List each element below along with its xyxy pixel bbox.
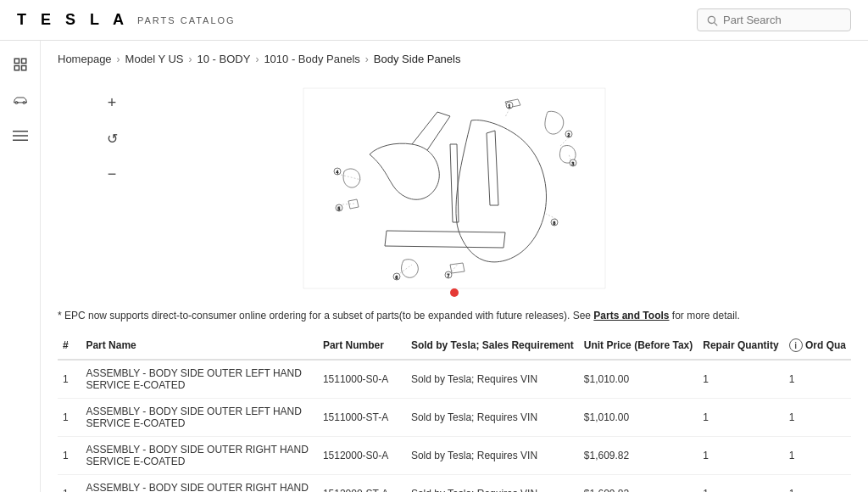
cell-price: $1,010.00 — [579, 360, 698, 399]
breadcrumb-body[interactable]: 10 - BODY — [198, 53, 251, 65]
cell-num: 1 — [58, 437, 81, 475]
cell-name: ASSEMBLY - BODY SIDE OUTER RIGHT HAND SE… — [81, 437, 317, 475]
logo: T E S L A PARTS CATALOG — [17, 11, 236, 29]
cell-order-qty: 1 — [784, 360, 851, 399]
breadcrumb-body-side-panels: Body Side Panels — [374, 53, 461, 65]
cell-num: 1 — [58, 360, 81, 399]
cell-order-qty: 1 — [784, 399, 851, 437]
cell-order-qty: 1 — [784, 475, 851, 493]
svg-text:5: 5 — [338, 206, 341, 211]
svg-text:2: 2 — [568, 132, 570, 137]
svg-text:3: 3 — [572, 161, 575, 166]
breadcrumb-sep-1: › — [117, 53, 120, 65]
breadcrumb-homepage[interactable]: Homepage — [58, 53, 112, 65]
col-header-repair: Repair Quantity — [698, 332, 783, 360]
svg-rect-5 — [21, 66, 25, 70]
table-row: 1 ASSEMBLY - BODY SIDE OUTER LEFT HAND S… — [58, 360, 851, 399]
table-row: 1 ASSEMBLY - BODY SIDE OUTER RIGHT HAND … — [58, 475, 851, 493]
svg-rect-2 — [14, 59, 19, 63]
col-header-sold: Sold by Tesla; Sales Requirement — [406, 332, 579, 360]
col-header-partnumber: Part Number — [318, 332, 406, 360]
table-row: 1 ASSEMBLY - BODY SIDE OUTER RIGHT HAND … — [58, 437, 851, 475]
table-header-row: # Part Name Part Number Sold by Tesla; S… — [58, 332, 851, 360]
car-icon[interactable] — [10, 90, 31, 110]
epc-notice: * EPC now supports direct-to-consumer on… — [41, 303, 868, 332]
search-icon — [706, 14, 718, 26]
search-input[interactable] — [723, 14, 842, 26]
cell-repair-qty: 1 — [698, 475, 783, 493]
zoom-out-button[interactable]: − — [100, 162, 124, 186]
svg-text:6: 6 — [396, 275, 398, 280]
cell-sold: Sold by Tesla; Requires VIN — [406, 475, 579, 493]
cell-name: ASSEMBLY - BODY SIDE OUTER LEFT HAND SER… — [81, 399, 317, 437]
app-header: T E S L A PARTS CATALOG — [0, 0, 868, 41]
cell-partnumber: 1511000-ST-A — [318, 399, 406, 437]
svg-line-1 — [715, 22, 717, 25]
cell-partnumber: 1512000-S0-A — [318, 437, 406, 475]
cell-partnumber: 1511000-S0-A — [318, 360, 406, 399]
col-header-name: Part Name — [81, 332, 317, 360]
svg-text:1: 1 — [509, 103, 511, 109]
cell-num: 1 — [58, 475, 81, 493]
main-content: Homepage › Model Y US › 10 - BODY › 1010… — [41, 41, 868, 492]
parts-and-tools-link[interactable]: Parts and Tools — [593, 310, 669, 321]
cell-name: ASSEMBLY - BODY SIDE OUTER LEFT HAND SER… — [81, 360, 317, 399]
cell-name: ASSEMBLY - BODY SIDE OUTER RIGHT HAND SE… — [81, 475, 317, 493]
breadcrumb-sep-3: › — [255, 53, 259, 65]
info-icon[interactable]: i — [789, 338, 803, 352]
diagram-controls: + ↺ − — [100, 91, 124, 186]
col-header-price: Unit Price (Before Tax) — [579, 332, 698, 360]
cell-price: $1,609.82 — [579, 437, 698, 475]
col-header-num: # — [58, 332, 81, 360]
parts-diagram: 1 2 3 4 5 6 7 8 — [302, 87, 607, 290]
cell-price: $1,010.00 — [579, 399, 698, 437]
sidebar — [0, 41, 41, 492]
breadcrumb-sep-2: › — [189, 53, 192, 65]
cell-order-qty: 1 — [784, 437, 851, 475]
epc-notice-text: * EPC now supports direct-to-consumer on… — [58, 310, 593, 321]
part-search-box[interactable] — [697, 8, 851, 31]
cell-repair-qty: 1 — [698, 360, 783, 399]
grid-icon[interactable] — [10, 54, 31, 75]
cell-num: 1 — [58, 399, 81, 437]
svg-rect-4 — [14, 66, 19, 70]
reset-button[interactable]: ↺ — [100, 126, 124, 150]
red-dot-indicator — [450, 288, 459, 297]
cell-sold: Sold by Tesla; Requires VIN — [406, 360, 579, 399]
zoom-in-button[interactable]: + — [100, 91, 124, 115]
breadcrumb: Homepage › Model Y US › 10 - BODY › 1010… — [41, 41, 868, 74]
breadcrumb-body-panels[interactable]: 1010 - Body Panels — [264, 53, 359, 65]
tesla-wordmark: T E S L A — [17, 11, 129, 29]
cell-partnumber: 1512000-ST-A — [318, 475, 406, 493]
cell-price: $1,609.82 — [579, 475, 698, 493]
cell-repair-qty: 1 — [698, 399, 783, 437]
cell-sold: Sold by Tesla; Requires VIN — [406, 437, 579, 475]
epc-suffix: for more detail. — [669, 310, 739, 321]
diagram-area: + ↺ − — [41, 74, 868, 303]
table-row: 1 ASSEMBLY - BODY SIDE OUTER LEFT HAND S… — [58, 399, 851, 437]
parts-catalog-label: PARTS CATALOG — [137, 15, 236, 25]
breadcrumb-model-y[interactable]: Model Y US — [125, 53, 184, 65]
parts-table-container: # Part Name Part Number Sold by Tesla; S… — [41, 332, 868, 492]
svg-rect-3 — [21, 59, 25, 63]
parts-table: # Part Name Part Number Sold by Tesla; S… — [58, 332, 851, 492]
cell-repair-qty: 1 — [698, 437, 783, 475]
svg-text:8: 8 — [554, 221, 556, 226]
menu-icon[interactable] — [10, 126, 31, 146]
svg-text:4: 4 — [337, 170, 339, 175]
col-header-order: i Ord Qua — [784, 332, 851, 360]
breadcrumb-sep-4: › — [365, 53, 369, 65]
cell-sold: Sold by Tesla; Requires VIN — [406, 399, 579, 437]
svg-rect-11 — [303, 88, 605, 288]
svg-text:7: 7 — [448, 273, 450, 278]
